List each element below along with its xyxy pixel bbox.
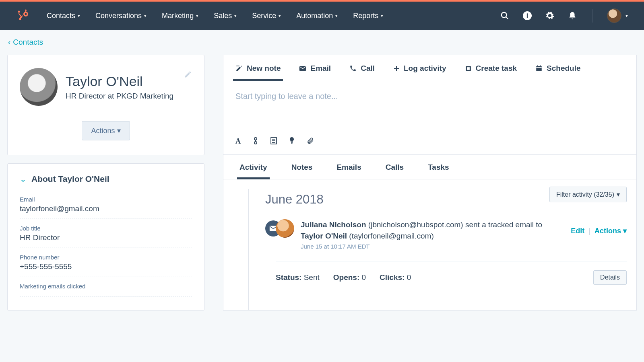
- activity-filter-tabs: Activity Notes Emails Calls Tasks: [223, 155, 637, 179]
- top-nav: Contacts▾ Conversations▾ Marketing▾ Sale…: [0, 2, 644, 30]
- actions-link[interactable]: Actions ▾: [594, 226, 627, 235]
- separator: |: [588, 227, 590, 235]
- field-label: Marketing emails clicked: [20, 283, 192, 290]
- contact-name: Taylor O'Neil: [66, 74, 173, 89]
- field-label: Email: [20, 196, 192, 203]
- divider: [592, 9, 592, 23]
- field-value: +555-555-5555: [20, 262, 192, 271]
- breadcrumb: ‹Contacts: [0, 30, 644, 55]
- info-icon[interactable]: i: [522, 10, 533, 21]
- note-toolbar: A: [223, 137, 636, 154]
- text-format-icon[interactable]: A: [235, 137, 241, 146]
- caret-down-icon: ▾: [335, 13, 338, 19]
- svg-point-23: [254, 142, 257, 144]
- tab-activity[interactable]: Activity: [239, 163, 267, 179]
- sender-avatar: [276, 219, 294, 238]
- plus-icon: [393, 65, 400, 72]
- caret-down-icon: ▾: [196, 13, 198, 19]
- tab-call[interactable]: Call: [349, 64, 375, 81]
- account-menu[interactable]: ▾: [607, 8, 628, 23]
- field-label: Phone number: [20, 254, 192, 261]
- hubspot-logo-icon[interactable]: [16, 8, 31, 23]
- svg-rect-18: [536, 66, 542, 71]
- nav-right: i ▾: [500, 8, 628, 23]
- chevron-down-icon: ⌄: [20, 174, 27, 184]
- note-icon: [235, 65, 243, 72]
- caret-down-icon: ▾: [617, 191, 620, 198]
- compose-card: New note Email Call Log activity Create …: [223, 55, 637, 155]
- breadcrumb-contacts[interactable]: ‹Contacts: [8, 38, 644, 47]
- svg-text:i: i: [526, 12, 528, 19]
- svg-point-1: [25, 13, 27, 15]
- task-icon: [465, 65, 472, 72]
- gear-icon[interactable]: [545, 10, 555, 21]
- nav-contacts[interactable]: Contacts▾: [47, 12, 80, 20]
- about-header[interactable]: ⌄ About Taylor O'Neil: [20, 174, 192, 184]
- tab-emails[interactable]: Emails: [336, 163, 361, 179]
- contact-avatar: [20, 68, 58, 106]
- nav-automation[interactable]: Automation▾: [296, 12, 338, 20]
- caret-down-icon: ▾: [234, 13, 237, 19]
- attachment-icon[interactable]: [307, 137, 314, 146]
- user-avatar-icon: [607, 8, 621, 23]
- tab-log-activity[interactable]: Log activity: [393, 64, 446, 81]
- note-textarea[interactable]: Start typing to leave a note...: [223, 81, 636, 113]
- field-marketing-clicks[interactable]: Marketing emails clicked: [20, 280, 192, 296]
- timeline-item-text: Juliana Nicholson (jbnicholson@hubspot.c…: [301, 219, 558, 241]
- svg-point-22: [254, 138, 257, 140]
- nav-marketing[interactable]: Marketing▾: [162, 12, 198, 20]
- caret-down-icon: ▾: [144, 13, 147, 19]
- timeline-timestamp: June 15 at 10:17 AM EDT: [301, 243, 558, 250]
- svg-point-8: [502, 12, 507, 18]
- svg-rect-17: [466, 67, 470, 70]
- contact-subtitle: HR Director at PKGD Marketing: [66, 92, 173, 101]
- timeline-item-actions: Edit | Actions ▾: [571, 226, 627, 235]
- svg-line-9: [506, 17, 508, 19]
- phone-icon: [349, 65, 357, 72]
- nav-items: Contacts▾ Conversations▾ Marketing▾ Sale…: [47, 12, 500, 20]
- lightbulb-icon[interactable]: [289, 137, 295, 146]
- about-card: ⌄ About Taylor O'Neil Email taylorfoneil…: [7, 163, 204, 311]
- snippet-icon[interactable]: [253, 137, 258, 146]
- nav-sales[interactable]: Sales▾: [214, 12, 237, 20]
- calendar-icon: [535, 65, 543, 72]
- tab-calls[interactable]: Calls: [386, 163, 404, 179]
- field-email[interactable]: Email taylorfoneil@gmail.com: [20, 193, 192, 218]
- svg-rect-5: [25, 10, 26, 12]
- field-phone[interactable]: Phone number +555-555-5555: [20, 251, 192, 276]
- tab-tasks[interactable]: Tasks: [428, 163, 449, 179]
- nav-service[interactable]: Service▾: [252, 12, 281, 20]
- filter-activity-button[interactable]: Filter activity (32/35) ▾: [549, 187, 627, 202]
- caret-down-icon: ▾: [625, 13, 628, 19]
- profile-card: Taylor O'Neil HR Director at PKGD Market…: [7, 55, 204, 155]
- svg-rect-12: [236, 66, 239, 66]
- edit-icon[interactable]: [184, 70, 192, 78]
- actions-button[interactable]: Actions ▾: [82, 121, 130, 140]
- timeline-item: Edit | Actions ▾ Juliana Nicholson (jbni…: [276, 219, 627, 293]
- search-icon[interactable]: [500, 10, 510, 21]
- details-button[interactable]: Details: [593, 270, 627, 285]
- field-value: taylorfoneil@gmail.com: [20, 204, 192, 213]
- tab-email[interactable]: Email: [299, 64, 331, 81]
- field-job-title[interactable]: Job title HR Director: [20, 222, 192, 247]
- caret-down-icon: ▾: [279, 13, 281, 19]
- nav-conversations[interactable]: Conversations▾: [95, 12, 147, 20]
- bell-icon[interactable]: [567, 10, 578, 21]
- tab-create-task[interactable]: Create task: [465, 64, 517, 81]
- caret-down-icon: ▾: [381, 13, 383, 19]
- tab-schedule[interactable]: Schedule: [535, 64, 580, 81]
- tab-new-note[interactable]: New note: [235, 64, 281, 81]
- document-icon[interactable]: [270, 137, 277, 146]
- compose-tabs: New note Email Call Log activity Create …: [223, 55, 636, 81]
- field-label: Job title: [20, 225, 192, 232]
- field-value: HR Director: [20, 233, 192, 242]
- svg-point-4: [18, 11, 20, 13]
- edit-link[interactable]: Edit: [571, 227, 584, 235]
- timeline-stats: Status: Sent Opens: 0 Clicks: 0 Details: [276, 261, 627, 285]
- caret-down-icon: ▾: [623, 227, 627, 235]
- about-title: About Taylor O'Neil: [31, 174, 109, 184]
- svg-rect-7: [19, 15, 23, 19]
- nav-reports[interactable]: Reports▾: [353, 12, 383, 20]
- svg-rect-19: [536, 67, 542, 68]
- tab-notes[interactable]: Notes: [291, 163, 313, 179]
